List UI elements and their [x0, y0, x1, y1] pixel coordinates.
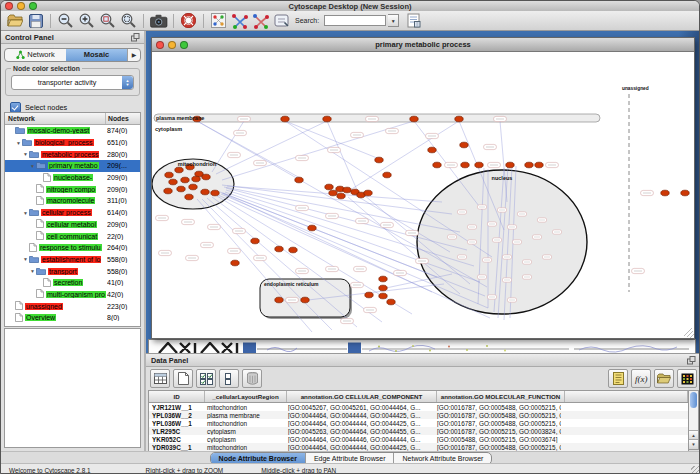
- network-node[interactable]: [506, 162, 514, 168]
- tab-network-attribute-browser[interactable]: Network Attribute Browser: [394, 453, 491, 464]
- table-scrollbar[interactable]: ▲ ▼: [688, 390, 699, 450]
- tree-row[interactable]: nucleobase-209(0): [5, 172, 140, 184]
- attribute-matrix-icon[interactable]: [677, 369, 697, 388]
- network-node[interactable]: [343, 187, 351, 193]
- network-node[interactable]: [325, 184, 333, 190]
- network-edge[interactable]: [212, 121, 244, 172]
- network-node[interactable]: [201, 189, 209, 195]
- tab-node-attribute-browser[interactable]: Node Attribute Browser: [211, 453, 306, 464]
- network-node[interactable]: [365, 292, 373, 298]
- table-row[interactable]: YPL036W__1mitochondrion[GO:0044464, GO:0…: [149, 419, 688, 427]
- table-row[interactable]: YPL036W__2plasma membrane[GO:0044464, GO…: [149, 411, 688, 419]
- network-node[interactable]: [202, 174, 210, 180]
- network-node[interactable]: [323, 116, 331, 122]
- expand-triangle-icon[interactable]: ▼: [22, 210, 29, 216]
- network-node[interactable]: [410, 116, 418, 122]
- delete-attribute-icon[interactable]: [242, 369, 262, 388]
- tree-row[interactable]: ▼cellular process614(0): [5, 207, 140, 219]
- table-row[interactable]: YJR121W__1mitochondrion[GO:0045267, GO:0…: [149, 403, 688, 411]
- network-node[interactable]: [165, 172, 173, 178]
- tree-row[interactable]: multi-organism pro42(0): [5, 289, 140, 301]
- open-file-icon[interactable]: [5, 12, 24, 30]
- network-node[interactable]: [387, 299, 395, 305]
- network-node[interactable]: [383, 172, 391, 178]
- network-node[interactable]: [433, 162, 441, 168]
- network-window-titlebar[interactable]: primary metabolic process: [152, 38, 694, 52]
- network-node[interactable]: [175, 167, 183, 173]
- network-node[interactable]: [177, 186, 185, 192]
- expand-triangle-icon[interactable]: ▼: [29, 163, 36, 169]
- network-node[interactable]: [295, 177, 303, 183]
- tree-row[interactable]: response to stimulu264(0): [5, 242, 140, 254]
- import-attributes-icon[interactable]: [654, 369, 674, 388]
- zoom-in-icon[interactable]: [77, 12, 96, 30]
- expand-triangle-icon[interactable]: ▼: [29, 268, 36, 274]
- network-node[interactable]: [379, 276, 387, 282]
- snapshot-icon[interactable]: [149, 12, 168, 30]
- tree-row[interactable]: nitrogen compo209(0): [5, 183, 140, 195]
- network-node[interactable]: [329, 190, 337, 196]
- network-edge[interactable]: [327, 121, 357, 190]
- network-node[interactable]: [192, 176, 200, 182]
- scroll-down-icon[interactable]: ▼: [689, 439, 698, 449]
- tab-overflow-arrow-icon[interactable]: ▶: [127, 49, 140, 61]
- search-dropdown-icon[interactable]: ▼: [388, 14, 399, 27]
- tree-row[interactable]: Overview8(0): [5, 312, 140, 324]
- new-attribute-icon[interactable]: [173, 369, 193, 388]
- network-overlay-red-icon[interactable]: [251, 12, 270, 30]
- formula-icon[interactable]: f(x): [631, 369, 651, 388]
- expand-triangle-icon[interactable]: ▼: [22, 256, 29, 262]
- network-node[interactable]: [461, 162, 469, 168]
- vizmapper-icon[interactable]: [272, 12, 291, 30]
- network-edge[interactable]: [220, 192, 437, 277]
- network-node[interactable]: [379, 285, 387, 291]
- node-grid-icon[interactable]: [209, 12, 228, 30]
- tree-row[interactable]: macromolecule311(0): [5, 195, 140, 207]
- float-panel-icon[interactable]: [131, 33, 140, 42]
- network-node[interactable]: [281, 116, 289, 122]
- network-overlay-blue-icon[interactable]: [230, 12, 249, 30]
- tab-network[interactable]: Network: [5, 49, 66, 61]
- tab-edge-attribute-browser[interactable]: Edge Attribute Browser: [306, 453, 395, 464]
- column-header[interactable]: annotation.GO MOLECULAR_FUNCTION: [437, 391, 565, 402]
- tree-row[interactable]: ▼establishment of lo558(0): [5, 254, 140, 266]
- network-canvas[interactable]: plasma membranecytoplasmmitochondrionnuc…: [152, 52, 694, 338]
- network-node[interactable]: [525, 162, 533, 168]
- column-header[interactable]: _cellularLayoutRegion: [205, 391, 287, 402]
- help-icon[interactable]: [179, 12, 198, 30]
- attribute-list-icon[interactable]: [608, 369, 628, 388]
- tree-row[interactable]: cell communicat22(0): [5, 230, 140, 242]
- tab-mosaic[interactable]: Mosaic: [66, 49, 127, 61]
- zoom-selected-icon[interactable]: [98, 12, 117, 30]
- column-header[interactable]: annotation.GO CELLULAR_COMPONENT: [287, 391, 437, 402]
- network-node[interactable]: [681, 190, 689, 196]
- network-edge[interactable]: [216, 121, 327, 174]
- tree-row[interactable]: ▼biological_process651(0): [5, 137, 140, 149]
- network-node[interactable]: [211, 190, 219, 196]
- network-node[interactable]: [251, 238, 259, 244]
- tree-header-network[interactable]: Network: [5, 113, 106, 124]
- network-node[interactable]: [475, 162, 483, 168]
- unselect-attributes-icon[interactable]: [219, 369, 239, 388]
- tree-row[interactable]: ▼primary metabo209(...: [5, 160, 140, 172]
- network-node[interactable]: [231, 260, 239, 266]
- tree-row[interactable]: unassigned223(0): [5, 300, 140, 312]
- float-data-panel-icon[interactable]: [687, 356, 696, 365]
- table-row[interactable]: YLR295Ccytoplasm[GO:0045263, GO:0044464,…: [149, 427, 688, 435]
- column-header[interactable]: ID: [149, 391, 205, 402]
- save-icon[interactable]: [26, 12, 45, 30]
- network-node[interactable]: [185, 194, 193, 200]
- expand-triangle-icon[interactable]: ▼: [22, 151, 29, 157]
- tree-header-nodes[interactable]: Nodes: [106, 113, 140, 124]
- network-node[interactable]: [189, 184, 197, 190]
- network-node[interactable]: [379, 293, 387, 299]
- tree-row[interactable]: secretion41(0): [5, 277, 140, 289]
- network-node[interactable]: [289, 247, 297, 253]
- network-node[interactable]: [275, 297, 283, 303]
- resize-grip[interactable]: [691, 466, 700, 474]
- tree-row[interactable]: mosaic-demo-yeast874(0): [5, 125, 140, 137]
- network-node[interactable]: [308, 225, 316, 231]
- network-node[interactable]: [460, 142, 468, 148]
- network-node[interactable]: [181, 177, 189, 183]
- network-node[interactable]: [275, 246, 283, 252]
